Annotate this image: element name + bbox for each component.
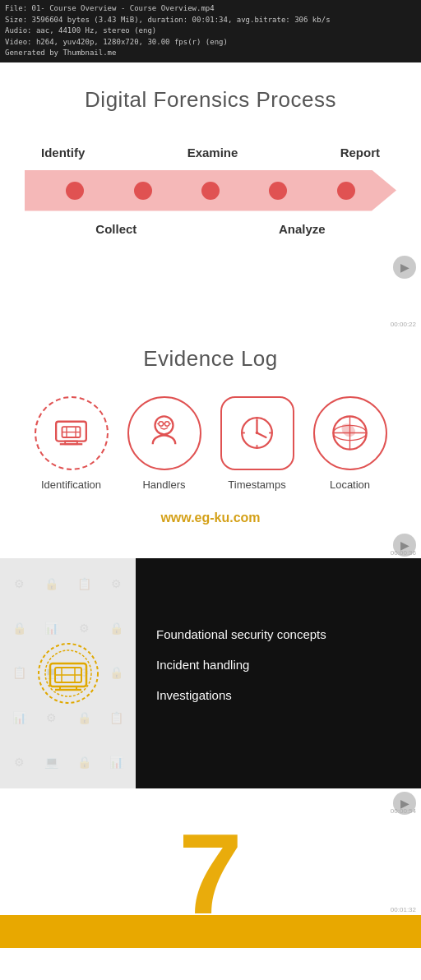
meta-line3: Audio: aac, 44100 Hz, stereo (eng) [5,25,416,37]
bg-icon: 📊 [4,696,35,739]
identification-icon-circle [35,396,109,470]
evidence-handlers: Handlers [119,396,210,491]
process-diagram: Identify Examine Report Collect Analyze [16,146,405,236]
center-monitor-icon [35,640,101,706]
security-right-panel: Foundational security concepts Incident … [136,558,421,788]
evidence-section: Evidence Log I [0,330,421,507]
security-section: ⚙ 🔒 📋 ⚙ 🔒 📊 ⚙ 🔒 📋 💻 ⚙ 🔒 📊 ⚙ 🔒 📋 ⚙ 💻 🔒 [0,558,421,788]
svg-point-8 [159,422,164,427]
meta-line2: Size: 3596604 bytes (3.43 MiB), duration… [5,15,416,26]
slide1-timestamp: 00:00:22 [391,321,416,328]
security-item-1: Foundational security concepts [156,627,400,641]
svg-point-16 [256,432,259,435]
location-label: Location [330,478,370,491]
big-number: 7 [178,816,243,915]
top-labels: Identify Examine Report [16,146,405,159]
empty-slide: ▶ [0,948,421,981]
bg-icon: 📊 [101,741,132,784]
bg-icon: 📋 [101,696,132,739]
dot-5 [337,182,355,200]
label-examine: Examine [187,146,238,159]
svg-point-7 [155,416,173,434]
bg-icon: ⚙ [4,741,35,784]
svg-rect-0 [56,422,86,441]
bg-icon: 💻 [36,741,67,784]
meta-line1: File: 01- Course Overview - Course Overv… [5,3,416,15]
location-icon-circle [313,396,387,470]
bg-icon: 📋 [69,562,99,605]
security-left-panel: ⚙ 🔒 📋 ⚙ 🔒 📊 ⚙ 🔒 📋 💻 ⚙ 🔒 📊 ⚙ 🔒 📋 ⚙ 💻 🔒 [0,558,136,788]
slide2-nav-area: ▶ [0,530,421,558]
evidence-timestamps: Timestamps [212,396,303,491]
evidence-icons: Identification [16,396,405,491]
slide4-timestamp: 00:01:32 [391,906,416,913]
bottom-labels: Collect Analyze [16,222,405,236]
bg-icon: 📋 [4,651,35,694]
timestamps-icon-circle [220,396,294,470]
bg-icon: 🔒 [69,741,99,784]
handlers-svg [141,410,187,455]
security-slide: ⚙ 🔒 📋 ⚙ 🔒 📊 ⚙ 🔒 📋 💻 ⚙ 🔒 📊 ⚙ 🔒 📋 ⚙ 💻 🔒 [0,558,421,816]
dots-row [25,182,396,200]
bg-icon: 🔒 [4,607,35,649]
bg-icon: ⚙ [4,562,35,605]
watermark-text: www.eg-ku.com [160,511,260,525]
security-item-3: Investigations [156,688,400,702]
watermark: www.eg-ku.com [0,507,421,530]
label-analyze: Analyze [279,222,326,236]
forensics-section: Digital Forensics Process Identify Exami… [0,62,421,252]
dot-4 [269,182,287,200]
slide1-nav-button[interactable]: ▶ [393,256,416,279]
arrow-container [25,166,396,215]
svg-line-15 [257,433,266,438]
location-svg [327,410,372,455]
identification-label: Identification [41,478,101,491]
svg-point-9 [164,422,169,427]
label-report: Report [340,146,380,159]
label-collect: Collect [95,222,136,236]
forensics-title: Digital Forensics Process [16,87,405,113]
dot-2 [134,182,152,200]
identification-svg [49,410,94,455]
bg-icon: ⚙ [101,562,132,605]
slide3-timestamp: 00:00:54 [391,807,416,815]
evidence-location: Location [305,396,396,491]
dot-3 [201,182,220,200]
security-item-2: Incident handling [156,658,400,672]
number-slide: 7 00:01:32 [0,816,421,915]
slide3-nav-area: ▶ [0,788,421,816]
meta-line5: Generated by Thumbnail.me [5,48,416,59]
meta-bar: File: 01- Course Overview - Course Overv… [0,0,421,62]
handlers-label: Handlers [142,478,185,491]
bg-icon: 🔒 [101,607,132,649]
handlers-icon-circle [127,396,201,470]
timestamps-svg [234,410,280,455]
slide2-timestamp: 00:00:36 [391,549,416,557]
meta-line4: Video: h264, yuv420p, 1280x720, 30.00 fp… [5,37,416,49]
dot-1 [66,182,84,200]
bg-icon: 🔒 [101,651,132,694]
svg-point-25 [39,644,98,703]
evidence-slide: Evidence Log I [0,330,421,558]
yellow-bar [0,915,421,948]
forensics-slide: Digital Forensics Process Identify Exami… [0,62,421,330]
evidence-identification: Identification [26,396,117,491]
timestamps-label: Timestamps [228,478,285,491]
label-identify: Identify [41,146,85,159]
evidence-title: Evidence Log [16,346,405,372]
slide1-nav-area: ▶ [0,252,421,280]
bg-icon: 🔒 [36,562,67,605]
